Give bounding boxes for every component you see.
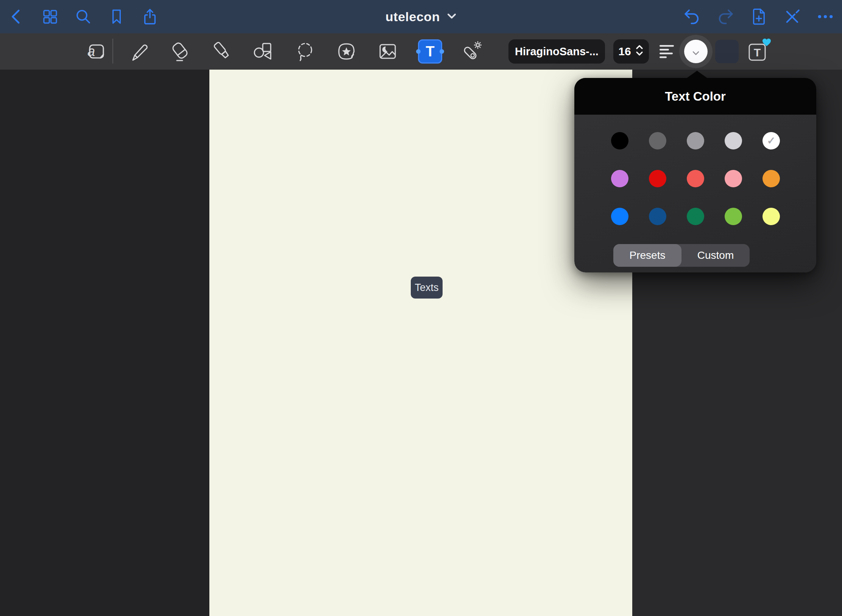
shapes-tool[interactable] bbox=[252, 41, 273, 62]
text-color-popup: Text Color ✓ PresetsCustom bbox=[574, 78, 816, 272]
chevron-down-icon bbox=[692, 51, 700, 58]
bookmark-icon bbox=[108, 8, 126, 26]
add-page-button[interactable] bbox=[745, 0, 772, 33]
image-icon bbox=[377, 41, 398, 62]
color-swatch[interactable]: ✓ bbox=[762, 132, 780, 149]
pen-tool[interactable] bbox=[128, 41, 149, 62]
color-swatch[interactable] bbox=[611, 208, 628, 225]
color-swatch[interactable] bbox=[762, 208, 780, 225]
color-swatch[interactable] bbox=[611, 170, 628, 187]
image-tool[interactable] bbox=[377, 41, 398, 62]
canvas-text-object[interactable]: Texts bbox=[411, 277, 443, 299]
laser-pointer-tool[interactable] bbox=[461, 41, 482, 62]
text-style-favorite-button[interactable]: T bbox=[747, 40, 770, 63]
popup-caret bbox=[686, 71, 708, 78]
checkmark-icon: ✓ bbox=[767, 136, 776, 146]
lasso-icon bbox=[295, 41, 316, 62]
text-tool-glyph: T bbox=[426, 44, 434, 60]
color-swatch[interactable] bbox=[687, 170, 704, 187]
redo-icon bbox=[716, 7, 734, 26]
tab-presets[interactable]: Presets bbox=[613, 244, 681, 267]
share-button[interactable] bbox=[136, 0, 164, 33]
app-screen: utelecon a bbox=[0, 0, 842, 616]
elements-tool[interactable] bbox=[336, 41, 357, 62]
top-navigation-bar: utelecon bbox=[0, 0, 842, 33]
highlighter-icon bbox=[212, 41, 233, 62]
svg-text:T: T bbox=[754, 46, 761, 59]
color-swatch[interactable] bbox=[649, 170, 666, 187]
bookmark-button[interactable] bbox=[103, 0, 130, 33]
color-swatch[interactable] bbox=[687, 132, 704, 149]
zoom-window-tool[interactable]: a bbox=[85, 41, 106, 62]
text-color-well[interactable] bbox=[679, 35, 713, 68]
chevron-left-icon bbox=[7, 7, 26, 26]
share-icon bbox=[140, 7, 159, 26]
font-size-stepper[interactable]: 16 bbox=[613, 39, 649, 64]
note-page-canvas[interactable] bbox=[209, 70, 632, 616]
selection-handle bbox=[440, 49, 444, 54]
font-size-value: 16 bbox=[618, 45, 631, 58]
highlighter-tool[interactable] bbox=[212, 41, 233, 62]
heart-icon bbox=[762, 38, 772, 48]
editing-toolbar: a T Hiragino bbox=[0, 33, 842, 70]
zoom-window-icon: a bbox=[85, 41, 106, 62]
color-swatch[interactable] bbox=[725, 170, 742, 187]
popup-header: Text Color bbox=[574, 78, 816, 115]
text-tool-selected[interactable]: T bbox=[418, 39, 442, 64]
pen-icon bbox=[128, 41, 149, 62]
chevron-up-down-icon bbox=[635, 45, 644, 59]
canvas-text-label: Texts bbox=[415, 282, 438, 294]
redo-button[interactable] bbox=[711, 0, 739, 33]
pencil-x-icon bbox=[783, 7, 801, 26]
text-align-button[interactable] bbox=[659, 43, 675, 60]
selection-handle bbox=[416, 49, 421, 54]
search-button[interactable] bbox=[70, 0, 97, 33]
back-button[interactable] bbox=[3, 0, 30, 33]
chevron-down-icon bbox=[447, 12, 457, 21]
search-icon bbox=[74, 7, 93, 26]
color-swatch[interactable] bbox=[611, 132, 628, 149]
color-swatch[interactable] bbox=[762, 170, 780, 187]
ellipsis-icon bbox=[816, 7, 835, 26]
eraser-icon bbox=[169, 41, 190, 62]
undo-button[interactable] bbox=[679, 0, 706, 33]
lasso-tool[interactable] bbox=[295, 41, 316, 62]
toolbar-divider bbox=[112, 39, 113, 64]
presets-custom-segmented-control: PresetsCustom bbox=[613, 244, 750, 267]
eraser-tool[interactable] bbox=[169, 41, 190, 62]
text-style-icon: T bbox=[747, 57, 769, 63]
font-picker-button[interactable]: HiraginoSans-... bbox=[508, 39, 605, 64]
thumbnails-button[interactable] bbox=[36, 0, 64, 33]
add-page-icon bbox=[749, 7, 768, 26]
color-swatch[interactable] bbox=[725, 208, 742, 225]
laser-pointer-icon bbox=[461, 41, 482, 62]
tab-custom[interactable]: Custom bbox=[681, 244, 750, 267]
color-swatch[interactable] bbox=[649, 132, 666, 149]
secondary-color-slot[interactable] bbox=[715, 40, 739, 63]
color-swatch[interactable] bbox=[649, 208, 666, 225]
color-swatch[interactable] bbox=[687, 208, 704, 225]
editing-toggle-button[interactable] bbox=[778, 0, 806, 33]
more-options-button[interactable] bbox=[812, 0, 839, 33]
page-title: utelecon bbox=[385, 9, 440, 24]
undo-icon bbox=[683, 7, 702, 26]
sticker-star-icon bbox=[336, 41, 357, 62]
color-swatch[interactable] bbox=[725, 132, 742, 149]
popup-title: Text Color bbox=[665, 89, 726, 104]
font-name-label: HiraginoSans-... bbox=[515, 45, 599, 58]
swatch-grid: ✓ bbox=[601, 122, 790, 235]
align-left-icon bbox=[659, 54, 675, 61]
svg-text:a: a bbox=[87, 44, 95, 59]
grid-icon bbox=[41, 7, 59, 26]
current-color-swatch bbox=[684, 40, 708, 63]
document-title-button[interactable]: utelecon bbox=[385, 0, 457, 33]
shapes-icon bbox=[252, 41, 273, 62]
